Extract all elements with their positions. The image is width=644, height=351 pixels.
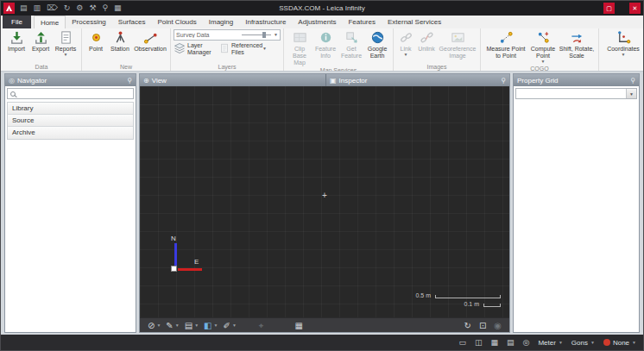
maximize-button[interactable]: ▢ [603, 3, 615, 14]
tab-view[interactable]: ⊕ View [140, 74, 323, 86]
select-tool-icon[interactable]: ⌖ [259, 319, 264, 332]
snap-toggle-button[interactable]: ⊘▼ [148, 319, 161, 332]
feature-info-label: Feature Info [313, 46, 338, 60]
pin-icon[interactable]: ⚲ [127, 77, 132, 85]
delete-icon[interactable]: ⌦ [47, 3, 58, 14]
station-label: Station [110, 46, 129, 53]
get-feature-button[interactable]: Get Feature [338, 29, 364, 60]
link-button[interactable]: Link ▼ [396, 29, 415, 58]
export-button[interactable]: Export [28, 29, 53, 53]
compute-point-icon [536, 30, 551, 46]
grid-toggle-button[interactable]: ▦ [294, 319, 302, 332]
google-earth-button[interactable]: Google Earth [364, 29, 390, 60]
observation-button[interactable]: Observation [133, 29, 167, 53]
tab-surfaces[interactable]: Surfaces [112, 16, 152, 28]
point-button[interactable]: Point [85, 29, 107, 53]
link-icon [399, 30, 414, 46]
search-input[interactable] [18, 90, 130, 97]
distance-unit-value: Meter [538, 339, 555, 347]
import-label: Import [8, 46, 25, 53]
measure-point-to-point-button[interactable]: Measure Point to Point [483, 29, 528, 60]
clip-base-map-button[interactable]: Clip Base Map [287, 29, 313, 66]
property-grid-title: Property Grid [517, 77, 559, 85]
capture-view-button[interactable]: ◉ [494, 319, 502, 332]
file-menu-button[interactable]: File [3, 16, 31, 28]
style-brush-button[interactable]: ✐▼ [224, 319, 237, 332]
refresh-icon[interactable]: ↻ [64, 3, 71, 14]
navigator-icon: ◎ [9, 77, 15, 85]
leica-logo-icon [3, 3, 15, 14]
distance-unit-dropdown[interactable]: Meter ▼ [538, 339, 562, 347]
angle-unit-dropdown[interactable]: Gons ▼ [571, 339, 595, 347]
sidebar-item-archive[interactable]: Archive [8, 127, 133, 139]
layout-columns-icon[interactable]: ▤ [20, 3, 28, 14]
dropdown-arrow-icon: ▼ [274, 33, 278, 37]
station-button[interactable]: Station [107, 29, 133, 53]
layer-manager-icon [174, 42, 186, 56]
east-axis-label: E [194, 258, 199, 266]
reports-button[interactable]: Reports ▼ [53, 29, 79, 58]
reports-icon [59, 30, 73, 46]
titlebar: ▤ ▥ ⌦ ↻ ⚙ ⚒ ⚲ ▦ SSDAX.COM - Leica Infini… [1, 1, 643, 16]
coordinates-button[interactable]: Coordinates ▼ [602, 29, 643, 58]
ribbon-group-layers: Survey Data ▼ Layer Manager Referenced F… [171, 28, 284, 71]
scale-minor-label: 0.1 m [464, 301, 479, 307]
display-icon[interactable]: ▭ [459, 335, 467, 349]
close-button[interactable]: ✕ [629, 3, 641, 14]
shift-rotate-scale-button[interactable]: Shift, Rotate, Scale [558, 29, 596, 60]
target-status-icon[interactable]: ◎ [523, 335, 530, 349]
import-button[interactable]: Import [4, 29, 28, 53]
view-header: ⊕ View ▣ Inspector ⚲ [140, 74, 509, 86]
unlink-icon [420, 30, 434, 46]
shift-rotate-scale-label: Shift, Rotate, Scale [559, 46, 595, 60]
layer-transparency-slider[interactable] [242, 32, 271, 38]
snap-status-icon[interactable]: ◫ [475, 335, 483, 349]
layer-manager-button[interactable]: Layer Manager [174, 42, 215, 56]
grid-status-icon[interactable]: ▦ [491, 335, 499, 349]
feature-info-button[interactable]: Feature Info [313, 29, 338, 60]
map-canvas[interactable]: + N E 0.5 m 0.1 m [140, 86, 509, 317]
tab-inspector[interactable]: ▣ Inspector ⚲ [325, 74, 509, 86]
layers-visibility-button[interactable]: ▤▼ [185, 319, 199, 332]
tools-icon[interactable]: ⚒ [89, 3, 96, 14]
tab-home[interactable]: Home [34, 16, 66, 28]
tab-point-clouds[interactable]: Point Clouds [151, 16, 202, 28]
compute-point-button[interactable]: Compute Point ▼ [528, 29, 558, 65]
ribbon-group-data: Import Export Reports ▼ Data [2, 28, 82, 71]
zoom-extents-button[interactable]: ⊡ [479, 319, 486, 332]
georeference-image-button[interactable]: Georeference Image [438, 29, 477, 60]
layout-rows-icon[interactable]: ▥ [34, 3, 41, 14]
coordinate-system-dropdown[interactable]: None ▼ [603, 339, 636, 347]
tab-external-services[interactable]: External Services [382, 16, 447, 28]
tab-imaging[interactable]: Imaging [203, 16, 239, 28]
feature-info-icon [319, 30, 333, 46]
layers-status-icon[interactable]: ▤ [507, 335, 515, 349]
sidebar-item-source[interactable]: Source [8, 115, 133, 127]
referenced-files-button[interactable]: Referenced Files ▼ [219, 42, 267, 55]
tab-adjustments[interactable]: Adjustments [292, 16, 342, 28]
display-grid-icon[interactable]: ▦ [114, 3, 122, 14]
pin-icon[interactable]: ⚲ [630, 77, 635, 85]
settings-gear-icon[interactable]: ⚙ [76, 3, 83, 14]
pin-icon[interactable]: ⚲ [102, 3, 108, 14]
dropdown-arrow-icon: ▼ [262, 47, 267, 51]
tab-features[interactable]: Features [342, 16, 382, 28]
unlink-button[interactable]: Unlink [415, 29, 438, 53]
observation-icon [143, 30, 158, 46]
tab-processing[interactable]: Processing [66, 16, 112, 28]
view-mode-button[interactable]: ◧▼ [204, 319, 218, 332]
refresh-view-button[interactable]: ↻ [464, 319, 470, 332]
angle-unit-value: Gons [571, 339, 588, 347]
sidebar-item-library[interactable]: Library [8, 103, 133, 115]
pin-icon[interactable]: ⚲ [501, 77, 506, 85]
property-selector-combobox[interactable]: ▼ [515, 88, 637, 99]
active-layer-value: Survey Data [176, 32, 239, 38]
north-axis-label: N [171, 235, 176, 242]
get-feature-icon [344, 30, 359, 46]
tab-infrastructure[interactable]: Infrastructure [239, 16, 292, 28]
active-layer-combobox[interactable]: Survey Data ▼ [174, 29, 281, 41]
group-label-layers: Layers [174, 63, 281, 71]
navigator-header: ◎ Navigator ⚲ [5, 74, 136, 86]
draw-tool-button[interactable]: ✎▼ [166, 319, 179, 332]
point-icon [89, 30, 104, 46]
